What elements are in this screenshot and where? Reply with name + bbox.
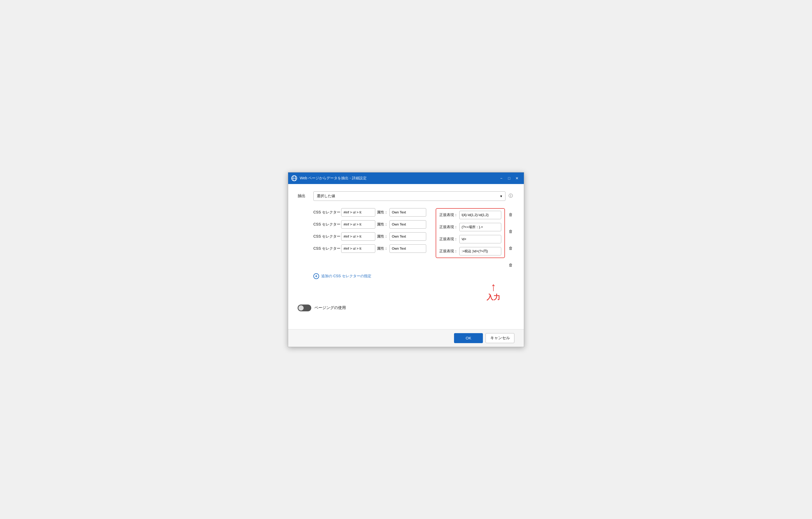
attr-label-4: 属性： [377, 246, 388, 251]
regex-label-4: 正規表現： [439, 249, 458, 254]
extract-label: 抽出 [298, 194, 313, 199]
css-row-4: CSS セレクター： 属性： [313, 244, 436, 253]
dropdown-value: 選択した値 [317, 194, 335, 199]
arrow-container: ↑ 入力 [487, 281, 500, 302]
delete-btn-wrapper-2: 🗑 [507, 225, 514, 238]
paging-row: ページングの使用 [298, 305, 514, 311]
add-css-selector-button[interactable]: + 追加の CSS セレクターの指定 [313, 273, 371, 279]
regex-row-3: 正規表現： [439, 235, 501, 243]
extract-dropdown[interactable]: 選択した値 ▾ [313, 191, 505, 201]
main-window: Web ページからデータを抽出 - 詳細設定 − □ ✕ 抽出 選択した値 ▾ … [288, 172, 524, 347]
combined-layout: CSS セレクター： 属性： CSS セレクター： 属性： CS [313, 208, 514, 272]
minimize-button[interactable]: − [498, 175, 505, 182]
dropdown-wrapper: 選択した値 ▾ ⓘ [313, 191, 514, 201]
regex-input-2[interactable] [459, 223, 501, 231]
css-selector-input-2[interactable] [341, 220, 375, 229]
css-selector-label-3: CSS セレクター： [313, 234, 340, 239]
arrow-area: ↑ 入力 [298, 281, 500, 302]
chevron-down-icon: ▾ [500, 194, 502, 198]
delete-buttons: 🗑 🗑 🗑 🗑 [507, 208, 514, 272]
css-rows-section: CSS セレクター： 属性： CSS セレクター： 属性： CS [313, 208, 514, 279]
extract-field-row: 抽出 選択した値 ▾ ⓘ [298, 191, 514, 201]
delete-btn-wrapper-3: 🗑 [507, 242, 514, 255]
window-controls: − □ ✕ [498, 175, 521, 182]
regex-input-3[interactable] [459, 235, 501, 243]
attr-label-3: 属性： [377, 234, 388, 239]
input-label: 入力 [487, 293, 500, 302]
regex-input-1[interactable] [459, 211, 501, 219]
title-bar: Web ページからデータを抽出 - 詳細設定 − □ ✕ [288, 172, 524, 184]
css-row-1: CSS セレクター： 属性： [313, 208, 436, 217]
regex-row-1: 正規表現： [439, 211, 501, 219]
attr-input-2[interactable] [389, 220, 426, 229]
window-title: Web ページからデータを抽出 - 詳細設定 [300, 176, 498, 181]
paging-toggle[interactable] [298, 305, 311, 311]
css-selector-label-2: CSS セレクター： [313, 222, 340, 227]
regex-label-3: 正規表現： [439, 237, 458, 241]
regex-label-1: 正規表現： [439, 213, 458, 218]
css-row-2: CSS セレクター： 属性： [313, 220, 436, 229]
attr-label-2: 属性： [377, 222, 388, 227]
cancel-button[interactable]: キャンセル [486, 333, 514, 343]
window-body: 抽出 選択した値 ▾ ⓘ CSS セレクター： 属性： [288, 184, 524, 329]
maximize-button[interactable]: □ [505, 175, 513, 182]
css-selector-label-1: CSS セレクター： [313, 210, 340, 215]
close-button[interactable]: ✕ [513, 175, 521, 182]
css-selector-label-4: CSS セレクター： [313, 246, 340, 251]
delete-btn-wrapper-4: 🗑 [507, 259, 514, 272]
plus-icon: + [313, 273, 319, 279]
regex-row-4: 正規表現： [439, 247, 501, 255]
css-selector-input-1[interactable] [341, 208, 375, 217]
css-rows-left: CSS セレクター： 属性： CSS セレクター： 属性： CS [313, 208, 436, 257]
footer: OK キャンセル [288, 329, 524, 347]
attr-input-3[interactable] [389, 232, 426, 241]
css-selector-input-4[interactable] [341, 244, 375, 253]
regex-input-4[interactable] [459, 247, 501, 255]
delete-btn-wrapper-1: 🗑 [507, 208, 514, 221]
add-css-label: 追加の CSS セレクターの指定 [321, 274, 371, 279]
regex-label-2: 正規表現： [439, 225, 458, 229]
regex-row-2: 正規表現： [439, 223, 501, 231]
regex-and-delete: 正規表現： 正規表現： 正規表現： [436, 208, 514, 272]
delete-button-2[interactable]: 🗑 [507, 228, 514, 235]
paging-label: ページングの使用 [314, 305, 346, 310]
toggle-knob [298, 305, 303, 311]
regex-box: 正規表現： 正規表現： 正規表現： [436, 208, 505, 258]
attr-input-1[interactable] [389, 208, 426, 217]
arrow-up-icon: ↑ [491, 281, 496, 293]
attr-label-1: 属性： [377, 210, 388, 215]
info-button[interactable]: ⓘ [507, 193, 514, 200]
css-row-3: CSS セレクター： 属性： [313, 232, 436, 241]
delete-button-3[interactable]: 🗑 [507, 245, 514, 252]
app-icon [291, 175, 297, 181]
attr-input-4[interactable] [389, 244, 426, 253]
css-selector-input-3[interactable] [341, 232, 375, 241]
ok-button[interactable]: OK [454, 333, 483, 343]
delete-button-1[interactable]: 🗑 [507, 211, 514, 219]
delete-button-4[interactable]: 🗑 [507, 261, 514, 269]
